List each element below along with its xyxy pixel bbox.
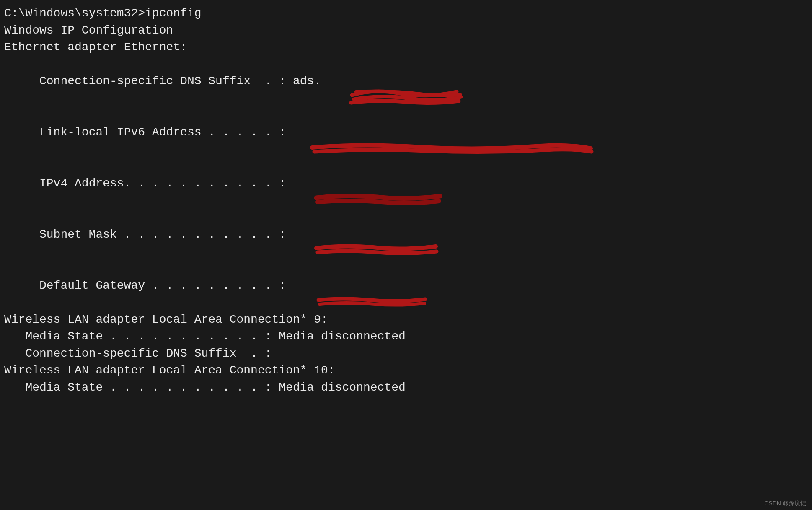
command-prompt-line: C:\Windows\system32>ipconfig [4,5,808,22]
subnet-mask-line: Subnet Mask . . . . . . . . . . . : [4,209,808,260]
media-state-line: Media State . . . . . . . . . . . : Medi… [4,328,808,345]
line-text: Subnet Mask . . . . . . . . . . . : [18,228,293,241]
config-header: Windows IP Configuration [4,22,808,39]
default-gateway-line: Default Gateway . . . . . . . . . : [4,260,808,311]
dns-suffix-line: Connection-specific DNS Suffix . : ads. [4,56,808,107]
adapter-title: Wireless LAN adapter Local Area Connecti… [4,362,808,379]
ipv4-address-line: IPv4 Address. . . . . . . . . . . : [4,158,808,209]
dns-suffix-line: Connection-specific DNS Suffix . : [4,345,808,362]
media-state-line: Media State . . . . . . . . . . . : Medi… [4,379,808,396]
adapter-title: Ethernet adapter Ethernet: [4,39,808,56]
line-text: IPv4 Address. . . . . . . . . . . : [18,177,293,190]
adapter-title: Wireless LAN adapter Local Area Connecti… [4,311,808,329]
watermark-text: CSDN @踩坑记 [764,499,806,507]
line-text: Link-local IPv6 Address . . . . . : [18,126,293,139]
ipv6-address-line: Link-local IPv6 Address . . . . . : [4,107,808,158]
line-text: Default Gateway . . . . . . . . . : [18,279,293,292]
line-text: Connection-specific DNS Suffix . : ads. [18,75,321,88]
